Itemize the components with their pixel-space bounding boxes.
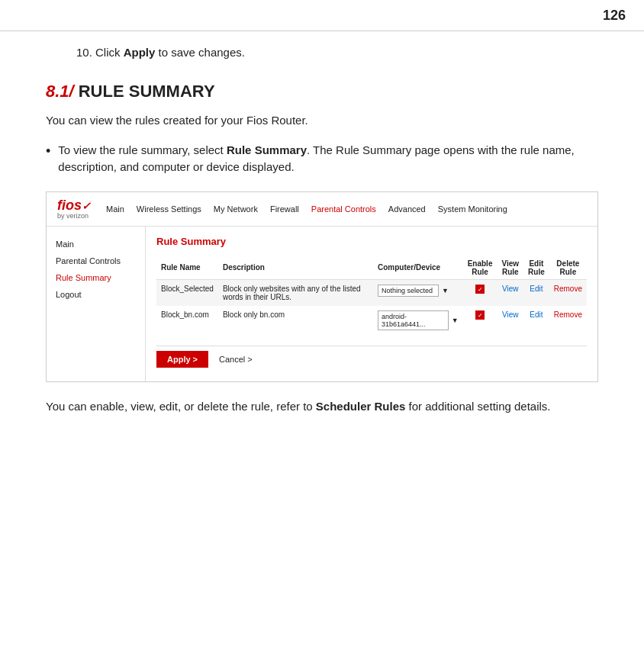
fios-check-icon: ✓ <box>82 200 91 212</box>
dropdown-arrow-2: ▼ <box>452 317 459 324</box>
rule-name-1: Block_Selected <box>156 279 218 306</box>
remove-link-1[interactable]: Remove <box>554 285 582 293</box>
rule-desc-1: Block only websites with any of the list… <box>218 279 373 306</box>
router-sidebar: Main Parental Controls Rule Summary Logo… <box>47 227 146 381</box>
sidebar-item-rulesummary[interactable]: Rule Summary <box>47 269 145 286</box>
enable-checkbox-1[interactable]: ✓ <box>475 285 485 294</box>
edit-link-1[interactable]: Edit <box>530 285 543 293</box>
rule-table: Rule Name Description Computer/Device En… <box>156 256 587 335</box>
rule-name-2: Block_bn.com <box>156 306 218 335</box>
rule-remove-1[interactable]: Remove <box>549 279 587 306</box>
bullet-item: • To view the rule summary, select Rule … <box>46 142 598 176</box>
rule-remove-2[interactable]: Remove <box>549 306 587 335</box>
step-bold: Apply <box>124 46 156 59</box>
fios-logo: fios✓ by verizon <box>57 198 91 220</box>
page-number: 126 <box>603 8 626 24</box>
nav-item-parental[interactable]: Parental Controls <box>311 203 376 215</box>
th-delete: DeleteRule <box>549 256 587 280</box>
top-rule <box>0 31 644 31</box>
router-ui-mockup: fios✓ by verizon Main Wireless Settings … <box>46 191 598 382</box>
fios-logo-text: fios✓ <box>57 198 91 212</box>
rule-edit-2[interactable]: Edit <box>523 306 549 335</box>
nav-item-advanced[interactable]: Advanced <box>388 203 426 215</box>
rule-view-1[interactable]: View <box>497 279 523 306</box>
rule-enable-2: ✓ <box>463 306 497 335</box>
th-rulename: Rule Name <box>156 256 218 280</box>
rule-edit-1[interactable]: Edit <box>523 279 549 306</box>
view-link-2[interactable]: View <box>502 310 519 319</box>
nav-items: Main Wireless Settings My Network Firewa… <box>106 203 507 215</box>
enable-checkbox-2[interactable]: ✓ <box>475 310 485 320</box>
bottom-text-suffix: for additional setting details. <box>405 400 550 413</box>
dropdown-arrow-1: ▼ <box>442 287 449 294</box>
bullet-bold: Rule Summary <box>227 143 307 156</box>
rule-device-1: Nothing selected ▼ <box>373 279 463 306</box>
step-text: Click <box>95 46 124 59</box>
nav-item-main[interactable]: Main <box>106 203 124 215</box>
th-edit: EditRule <box>523 256 549 280</box>
bottom-text-bold: Scheduler Rules <box>316 400 406 413</box>
section-number: 8.1/ <box>46 82 74 101</box>
button-row: Apply > Cancel > <box>156 346 587 372</box>
cancel-link[interactable]: Cancel > <box>219 355 253 364</box>
th-description: Description <box>218 256 373 280</box>
panel-title: Rule Summary <box>156 236 587 247</box>
bullet-dot: • <box>46 142 50 176</box>
bullet-text: To view the rule summary, select Rule Su… <box>58 142 598 176</box>
table-row: Block_bn.com Block only bn.com android-3… <box>156 306 587 335</box>
view-link-1[interactable]: View <box>502 285 519 293</box>
section-title: RULE SUMMARY <box>79 82 215 101</box>
section-heading: 8.1/ RULE SUMMARY <box>46 82 598 101</box>
bottom-text-prefix: You can enable, view, edit, or delete th… <box>46 400 316 413</box>
sidebar-item-logout[interactable]: Logout <box>47 286 145 303</box>
remove-link-2[interactable]: Remove <box>554 310 582 319</box>
step-10: 10. Click Apply to save changes. <box>76 46 598 59</box>
nav-item-mynetwork[interactable]: My Network <box>214 203 258 215</box>
th-view: ViewRule <box>497 256 523 280</box>
nav-item-firewall[interactable]: Firewall <box>270 203 299 215</box>
th-enable: EnableRule <box>463 256 497 280</box>
apply-button[interactable]: Apply > <box>156 351 208 368</box>
router-main-panel: Rule Summary Rule Name Description Compu… <box>146 227 597 381</box>
table-row: Block_Selected Block only websites with … <box>156 279 587 306</box>
step-suffix: to save changes. <box>155 46 245 59</box>
bottom-text: You can enable, view, edit, or delete th… <box>46 397 598 416</box>
edit-link-2[interactable]: Edit <box>530 310 543 319</box>
device-dropdown-2[interactable]: android-31b61a6441... <box>378 310 449 330</box>
fios-by-verizon: by verizon <box>57 212 91 220</box>
th-device: Computer/Device <box>373 256 463 280</box>
rule-device-2: android-31b61a6441... ▼ <box>373 306 463 335</box>
intro-text: You can view the rules created for your … <box>46 112 598 130</box>
sidebar-item-parental[interactable]: Parental Controls <box>47 252 145 269</box>
device-dropdown-1[interactable]: Nothing selected <box>378 285 439 297</box>
rule-desc-2: Block only bn.com <box>218 306 373 335</box>
sidebar-item-main[interactable]: Main <box>47 236 145 252</box>
rule-view-2[interactable]: View <box>497 306 523 335</box>
step-number: 10. <box>76 46 92 59</box>
nav-bar: fios✓ by verizon Main Wireless Settings … <box>47 192 597 227</box>
nav-item-wireless[interactable]: Wireless Settings <box>137 203 201 215</box>
router-body: Main Parental Controls Rule Summary Logo… <box>47 227 597 381</box>
nav-item-sysmon[interactable]: System Monitoring <box>438 203 507 215</box>
rule-enable-1: ✓ <box>463 279 497 306</box>
